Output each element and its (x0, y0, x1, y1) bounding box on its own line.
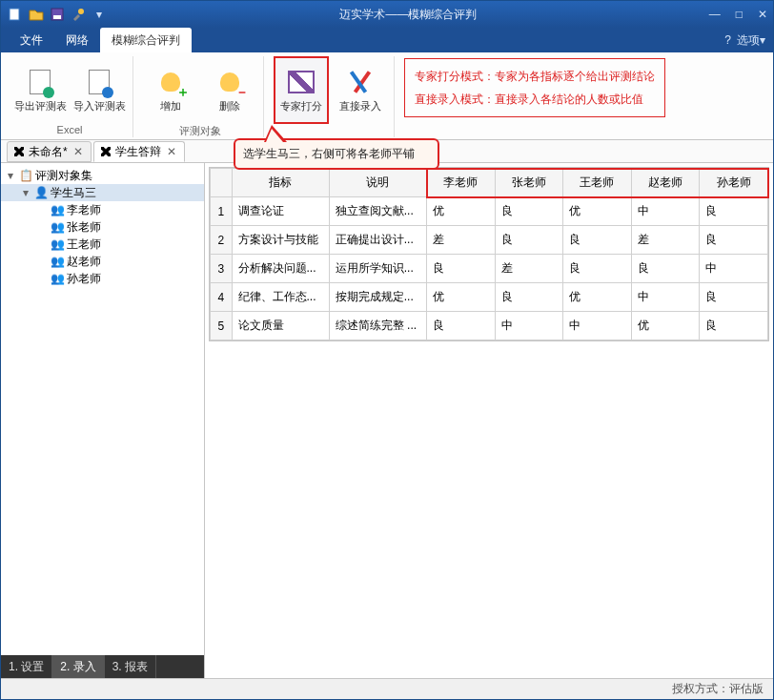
cell-score[interactable]: 良 (700, 312, 768, 340)
cell-score[interactable]: 良 (495, 226, 563, 255)
tree-teacher-label: 张老师 (67, 219, 101, 236)
tree-student[interactable]: ▾ 👤 学生马三 (1, 184, 204, 201)
cell-indicator[interactable]: 分析解决问题... (232, 255, 329, 283)
expert-score-label: 专家打分 (280, 99, 322, 113)
cell-score[interactable]: 优 (427, 283, 496, 312)
tree-teacher[interactable]: 👥孙老师 (1, 270, 204, 287)
add-subject-label: 增加 (160, 99, 181, 113)
direct-input-label: 直接录入 (339, 99, 381, 113)
table-row: 1调查论证独立查阅文献...优良优中良 (211, 197, 768, 226)
window-title: 迈实学术——模糊综合评判 (108, 7, 709, 23)
direct-input-button[interactable]: 直接录入 (333, 56, 388, 124)
cell-score[interactable]: 良 (631, 255, 700, 283)
cell-score[interactable]: 差 (631, 226, 700, 255)
col-teacher: 李老师 (427, 169, 496, 197)
import-sheet-button[interactable]: 导入评测表 (71, 56, 127, 124)
cell-desc[interactable]: 运用所学知识... (329, 255, 426, 283)
cell-score[interactable]: 优 (563, 283, 632, 312)
col-teacher: 孙老师 (700, 169, 768, 197)
cell-score[interactable]: 优 (563, 197, 632, 226)
add-subject-button[interactable]: ＋ 增加 (143, 56, 198, 124)
minimize-button[interactable]: — (709, 8, 721, 21)
cell-score[interactable]: 差 (427, 226, 496, 255)
cell-score[interactable]: 良 (700, 283, 768, 312)
cell-score[interactable]: 良 (495, 283, 563, 312)
tree-teacher-label: 赵老师 (67, 254, 101, 270)
cell-desc[interactable]: 正确提出设计... (329, 226, 426, 255)
person-icon: 👤 (34, 186, 48, 199)
subtab-input[interactable]: 2. 录入 (52, 655, 104, 678)
export-sheet-label: 导出评测表 (14, 99, 67, 113)
cell-indicator[interactable]: 方案设计与技能 (232, 226, 329, 255)
cell-score[interactable]: 良 (700, 226, 768, 255)
tree-teacher[interactable]: 👥赵老师 (1, 253, 204, 270)
cell-score[interactable]: 优 (631, 312, 700, 340)
cell-score[interactable]: 中 (700, 255, 768, 283)
delete-subject-label: 删除 (219, 99, 240, 113)
checklist-icon: 📋 (19, 169, 32, 182)
options-button[interactable]: 选项▾ (737, 32, 765, 49)
close-icon[interactable]: ✕ (71, 145, 85, 158)
cell-score[interactable]: 中 (495, 312, 563, 340)
expert-score-button[interactable]: 专家打分 (274, 56, 329, 124)
cell-score[interactable]: 良 (427, 312, 496, 340)
cell-score[interactable]: 中 (631, 197, 700, 226)
tree-teacher[interactable]: 👥李老师 (1, 201, 204, 218)
help-button[interactable]: ? (724, 33, 731, 47)
cell-score[interactable]: 良 (700, 197, 768, 226)
qat-save-icon[interactable] (49, 6, 66, 23)
status-bar: 授权方式：评估版 (1, 678, 773, 699)
row-number: 4 (211, 283, 233, 312)
close-button[interactable]: ✕ (758, 8, 767, 21)
cell-indicator[interactable]: 调查论证 (232, 197, 329, 226)
person-small-icon: 👥 (51, 255, 64, 268)
subtab-settings[interactable]: 1. 设置 (1, 655, 52, 678)
cell-score[interactable]: 中 (631, 283, 700, 312)
cell-score[interactable]: 良 (563, 226, 632, 255)
delete-subject-button[interactable]: － 删除 (202, 56, 257, 124)
cell-score[interactable]: 差 (495, 255, 563, 283)
tree-teacher-label: 李老师 (67, 202, 101, 218)
grid-pane: 指标说明李老师张老师王老师赵老师孙老师 1调查论证独立查阅文献...优良优中良2… (205, 163, 773, 678)
col-teacher: 张老师 (495, 169, 563, 197)
ribbon-group-excel: 导出评测表 导入评测表 Excel (7, 56, 133, 137)
menu-network[interactable]: 网络 (54, 28, 100, 52)
tree-root[interactable]: ▾ 📋 评测对象集 (1, 167, 204, 184)
close-icon[interactable]: ✕ (165, 145, 178, 158)
cell-desc[interactable]: 综述简练完整 ... (329, 312, 426, 340)
qat-new-icon[interactable] (7, 6, 24, 23)
doc-tab-student[interactable]: 🞮 学生答辩 ✕ (93, 141, 185, 162)
qat-more-icon[interactable]: ▾ (91, 6, 108, 23)
cell-score[interactable]: 中 (563, 312, 632, 340)
qat-tools-icon[interactable] (70, 6, 87, 23)
row-number: 5 (211, 312, 233, 340)
tree-teacher[interactable]: 👥张老师 (1, 218, 204, 236)
table-row: 3分析解决问题...运用所学知识...良差良良中 (211, 255, 768, 283)
export-sheet-button[interactable]: 导出评测表 (12, 56, 68, 124)
tree-teacher-label: 孙老师 (67, 271, 101, 287)
cell-score[interactable]: 良 (563, 255, 632, 283)
cell-desc[interactable]: 独立查阅文献... (329, 197, 426, 226)
doc-tab-unnamed[interactable]: 🞮 未命名* ✕ (7, 141, 92, 162)
doc-tab-student-label: 学生答辩 (115, 144, 161, 160)
qat-open-icon[interactable] (28, 6, 45, 23)
import-sheet-label: 导入评测表 (73, 99, 126, 113)
cell-score[interactable]: 良 (427, 255, 496, 283)
cell-score[interactable]: 优 (427, 197, 496, 226)
info-line-2: 直接录入模式：直接录入各结论的人数或比值 (415, 88, 655, 111)
menu-fuzzy[interactable]: 模糊综合评判 (100, 28, 192, 52)
table-row: 4纪律、工作态...按期完成规定...优良优中良 (211, 283, 768, 312)
collapse-icon[interactable]: ▾ (20, 186, 31, 199)
cell-score[interactable]: 良 (495, 197, 563, 226)
maximize-button[interactable]: □ (736, 8, 743, 21)
tree-teacher[interactable]: 👥王老师 (1, 236, 204, 253)
row-number: 1 (211, 197, 233, 226)
collapse-icon[interactable]: ▾ (5, 169, 16, 182)
cell-indicator[interactable]: 论文质量 (232, 312, 329, 340)
cell-desc[interactable]: 按期完成规定... (329, 283, 426, 312)
subtab-report[interactable]: 3. 报表 (105, 655, 156, 678)
menu-file[interactable]: 文件 (9, 28, 54, 52)
cell-indicator[interactable]: 纪律、工作态... (232, 283, 329, 312)
tree-student-label: 学生马三 (51, 185, 96, 201)
row-number: 2 (211, 226, 233, 255)
